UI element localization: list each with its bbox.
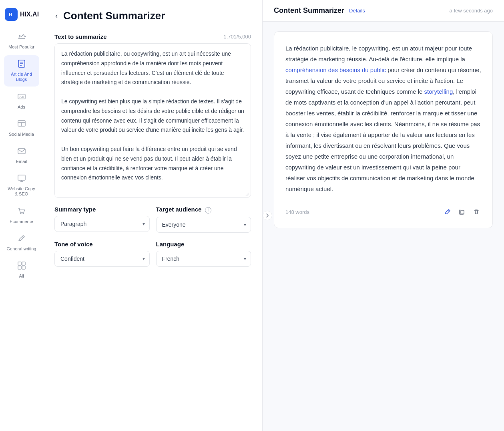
language-label: Language bbox=[156, 241, 251, 248]
sidebar-label-most-popular: Most Popular bbox=[8, 44, 34, 50]
form-section: Text to summarize 1,701/5,000 La rédacti… bbox=[54, 33, 251, 267]
target-audience-select-wrapper: Everyone Professionals Students General … bbox=[156, 217, 251, 233]
svg-rect-19 bbox=[22, 262, 25, 265]
article-icon bbox=[17, 59, 26, 70]
sidebar: H HIX.AI Most Popular Article And Blogs bbox=[0, 0, 43, 431]
svg-rect-21 bbox=[22, 266, 25, 269]
two-panel: ‹ Content Summarizer Text to summarize 1… bbox=[43, 0, 504, 431]
svg-point-16 bbox=[22, 213, 24, 214]
logo-text: HIX.AI bbox=[20, 11, 39, 18]
sidebar-label-website-copy-seo: Website Copy & SEO bbox=[6, 186, 37, 197]
summary-type-select[interactable]: Paragraph Bullet Points Short bbox=[54, 216, 150, 232]
field-label-row: Text to summarize 1,701/5,000 bbox=[54, 33, 251, 40]
action-icons bbox=[443, 207, 481, 217]
logo-area[interactable]: H HIX.AI bbox=[0, 5, 43, 27]
sidebar-item-website-copy-seo[interactable]: Website Copy & SEO bbox=[4, 170, 39, 201]
sidebar-item-all[interactable]: All bbox=[4, 257, 39, 283]
sidebar-label-email: Email bbox=[16, 159, 27, 164]
page-header: ‹ Content Summarizer bbox=[54, 10, 251, 22]
svg-point-15 bbox=[20, 213, 21, 214]
all-icon bbox=[17, 261, 26, 272]
sidebar-label-all: All bbox=[19, 274, 24, 279]
info-icon[interactable]: i bbox=[205, 207, 211, 213]
sidebar-item-ecommerce[interactable]: Ecommerce bbox=[4, 203, 39, 228]
language-select[interactable]: French English Spanish German bbox=[156, 251, 251, 267]
word-count: 148 words bbox=[285, 209, 309, 215]
summary-type-label: Summary type bbox=[54, 206, 150, 213]
svg-rect-20 bbox=[18, 266, 21, 269]
ads-icon: AD bbox=[17, 92, 26, 103]
copy-button[interactable] bbox=[457, 207, 467, 217]
website-icon bbox=[17, 174, 26, 185]
logo-icon: H bbox=[5, 8, 18, 21]
result-title: Content Summarizer bbox=[274, 6, 344, 15]
sidebar-label-ecommerce: Ecommerce bbox=[10, 219, 33, 224]
resize-handle bbox=[244, 191, 249, 196]
main-content: ‹ Content Summarizer Text to summarize 1… bbox=[43, 0, 504, 431]
delete-button[interactable] bbox=[472, 207, 481, 217]
sidebar-label-article-blogs: Article And Blogs bbox=[6, 72, 37, 82]
textarea-wrapper: La rédaction publicitaire, ou copywritin… bbox=[54, 43, 251, 198]
page-title: Content Summarizer bbox=[63, 10, 165, 22]
svg-rect-25 bbox=[461, 210, 464, 214]
svg-rect-11 bbox=[18, 149, 25, 154]
timestamp: a few seconds ago bbox=[450, 8, 493, 14]
result-card: La rédaction publicitaire, le copywritin… bbox=[274, 31, 493, 228]
svg-line-17 bbox=[22, 236, 24, 238]
back-button[interactable]: ‹ bbox=[54, 11, 58, 21]
row-tone-language: Tone of voice Confident Formal Casual Fr… bbox=[54, 241, 251, 267]
sidebar-label-ads: Ads bbox=[18, 105, 25, 110]
edit-button[interactable] bbox=[443, 207, 452, 217]
svg-text:AD: AD bbox=[19, 95, 24, 99]
summary-type-select-wrapper: Paragraph Bullet Points Short ▾ bbox=[54, 216, 150, 232]
language-select-wrapper: French English Spanish German ▾ bbox=[156, 251, 251, 267]
social-media-icon bbox=[17, 119, 26, 130]
svg-text:H: H bbox=[9, 12, 12, 17]
result-text: La rédaction publicitaire, le copywritin… bbox=[285, 43, 481, 194]
sidebar-item-most-popular[interactable]: Most Popular bbox=[4, 28, 39, 54]
sidebar-item-article-blogs[interactable]: Article And Blogs bbox=[4, 55, 39, 86]
tone-voice-label: Tone of voice bbox=[54, 241, 150, 248]
tone-voice-select[interactable]: Confident Formal Casual Friendly bbox=[54, 251, 150, 267]
target-audience-group: Target audience i Everyone Professionals… bbox=[156, 206, 251, 233]
char-count: 1,701/5,000 bbox=[223, 34, 251, 40]
collapse-button[interactable] bbox=[263, 211, 272, 220]
right-panel: Content Summarizer Details a few seconds… bbox=[263, 0, 504, 431]
crown-icon bbox=[17, 32, 26, 43]
svg-line-24 bbox=[448, 210, 449, 211]
svg-rect-18 bbox=[18, 262, 21, 265]
sidebar-item-general-writing[interactable]: General writing bbox=[4, 230, 39, 256]
svg-line-23 bbox=[247, 194, 249, 196]
tone-voice-select-wrapper: Confident Formal Casual Friendly ▾ bbox=[54, 251, 150, 267]
text-label: Text to summarize bbox=[54, 33, 107, 40]
ecommerce-icon bbox=[17, 207, 26, 218]
details-link[interactable]: Details bbox=[349, 8, 365, 14]
result-content-area: La rédaction publicitaire, le copywritin… bbox=[263, 22, 504, 431]
row-summary-audience: Summary type Paragraph Bullet Points Sho… bbox=[54, 206, 251, 233]
text-field-group: Text to summarize 1,701/5,000 La rédacti… bbox=[54, 33, 251, 198]
svg-line-22 bbox=[246, 193, 249, 196]
svg-rect-12 bbox=[18, 175, 25, 180]
text-input[interactable]: La rédaction publicitaire, ou copywritin… bbox=[55, 44, 251, 196]
result-title-group: Content Summarizer Details bbox=[274, 6, 365, 15]
language-group: Language French English Spanish German ▾ bbox=[156, 241, 251, 267]
result-footer: 148 words bbox=[285, 202, 481, 217]
result-header: Content Summarizer Details a few seconds… bbox=[263, 0, 504, 22]
sidebar-item-social-media[interactable]: Social Media bbox=[4, 115, 39, 141]
sidebar-label-social-media: Social Media bbox=[9, 132, 34, 137]
summary-type-group: Summary type Paragraph Bullet Points Sho… bbox=[54, 206, 150, 233]
writing-icon bbox=[17, 234, 26, 245]
target-audience-select[interactable]: Everyone Professionals Students General … bbox=[156, 217, 251, 233]
sidebar-item-ads[interactable]: AD Ads bbox=[4, 88, 39, 114]
tone-voice-group: Tone of voice Confident Formal Casual Fr… bbox=[54, 241, 150, 267]
sidebar-item-email[interactable]: Email bbox=[4, 143, 39, 168]
left-panel: ‹ Content Summarizer Text to summarize 1… bbox=[43, 0, 263, 431]
sidebar-label-general-writing: General writing bbox=[7, 246, 36, 252]
target-audience-label: Target audience i bbox=[156, 206, 251, 213]
email-icon bbox=[17, 147, 26, 157]
